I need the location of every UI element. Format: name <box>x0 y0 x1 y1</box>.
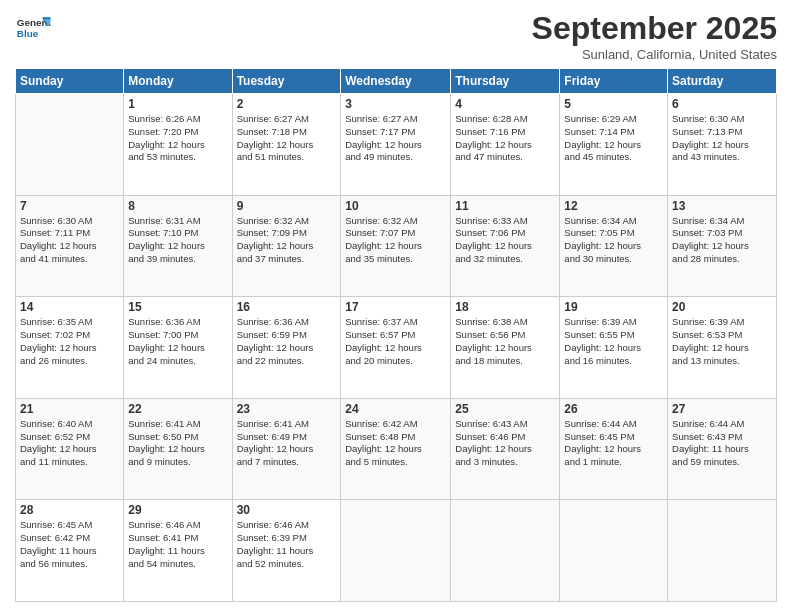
general-blue-logo-icon: General Blue <box>15 10 51 46</box>
day-number: 14 <box>20 300 119 314</box>
calendar-cell <box>451 500 560 602</box>
day-number: 13 <box>672 199 772 213</box>
day-number: 24 <box>345 402 446 416</box>
day-number: 4 <box>455 97 555 111</box>
day-number: 28 <box>20 503 119 517</box>
calendar-week-row: 28Sunrise: 6:45 AM Sunset: 6:42 PM Dayli… <box>16 500 777 602</box>
calendar-cell <box>668 500 777 602</box>
calendar-cell: 17Sunrise: 6:37 AM Sunset: 6:57 PM Dayli… <box>341 297 451 399</box>
day-number: 22 <box>128 402 227 416</box>
calendar-cell: 25Sunrise: 6:43 AM Sunset: 6:46 PM Dayli… <box>451 398 560 500</box>
calendar-cell: 4Sunrise: 6:28 AM Sunset: 7:16 PM Daylig… <box>451 94 560 196</box>
calendar-week-row: 14Sunrise: 6:35 AM Sunset: 7:02 PM Dayli… <box>16 297 777 399</box>
calendar-cell: 5Sunrise: 6:29 AM Sunset: 7:14 PM Daylig… <box>560 94 668 196</box>
day-info: Sunrise: 6:30 AM Sunset: 7:11 PM Dayligh… <box>20 215 119 266</box>
day-info: Sunrise: 6:45 AM Sunset: 6:42 PM Dayligh… <box>20 519 119 570</box>
calendar-cell: 14Sunrise: 6:35 AM Sunset: 7:02 PM Dayli… <box>16 297 124 399</box>
day-number: 27 <box>672 402 772 416</box>
day-number: 5 <box>564 97 663 111</box>
calendar-cell: 16Sunrise: 6:36 AM Sunset: 6:59 PM Dayli… <box>232 297 341 399</box>
day-info: Sunrise: 6:35 AM Sunset: 7:02 PM Dayligh… <box>20 316 119 367</box>
svg-text:Blue: Blue <box>17 28 39 39</box>
day-number: 17 <box>345 300 446 314</box>
calendar-cell: 30Sunrise: 6:46 AM Sunset: 6:39 PM Dayli… <box>232 500 341 602</box>
day-number: 26 <box>564 402 663 416</box>
calendar-cell: 6Sunrise: 6:30 AM Sunset: 7:13 PM Daylig… <box>668 94 777 196</box>
calendar-header-friday: Friday <box>560 69 668 94</box>
day-info: Sunrise: 6:36 AM Sunset: 7:00 PM Dayligh… <box>128 316 227 367</box>
calendar-cell <box>341 500 451 602</box>
calendar-cell: 23Sunrise: 6:41 AM Sunset: 6:49 PM Dayli… <box>232 398 341 500</box>
header: General Blue September 2025 Sunland, Cal… <box>15 10 777 62</box>
day-info: Sunrise: 6:34 AM Sunset: 7:05 PM Dayligh… <box>564 215 663 266</box>
day-info: Sunrise: 6:40 AM Sunset: 6:52 PM Dayligh… <box>20 418 119 469</box>
calendar-cell: 27Sunrise: 6:44 AM Sunset: 6:43 PM Dayli… <box>668 398 777 500</box>
day-info: Sunrise: 6:28 AM Sunset: 7:16 PM Dayligh… <box>455 113 555 164</box>
day-info: Sunrise: 6:31 AM Sunset: 7:10 PM Dayligh… <box>128 215 227 266</box>
calendar-cell: 10Sunrise: 6:32 AM Sunset: 7:07 PM Dayli… <box>341 195 451 297</box>
day-info: Sunrise: 6:32 AM Sunset: 7:09 PM Dayligh… <box>237 215 337 266</box>
day-info: Sunrise: 6:26 AM Sunset: 7:20 PM Dayligh… <box>128 113 227 164</box>
calendar-cell <box>16 94 124 196</box>
calendar-cell: 21Sunrise: 6:40 AM Sunset: 6:52 PM Dayli… <box>16 398 124 500</box>
day-number: 25 <box>455 402 555 416</box>
month-title: September 2025 <box>532 10 777 47</box>
day-number: 3 <box>345 97 446 111</box>
calendar-cell: 8Sunrise: 6:31 AM Sunset: 7:10 PM Daylig… <box>124 195 232 297</box>
calendar-cell: 26Sunrise: 6:44 AM Sunset: 6:45 PM Dayli… <box>560 398 668 500</box>
day-number: 30 <box>237 503 337 517</box>
day-info: Sunrise: 6:44 AM Sunset: 6:43 PM Dayligh… <box>672 418 772 469</box>
calendar-cell: 22Sunrise: 6:41 AM Sunset: 6:50 PM Dayli… <box>124 398 232 500</box>
location-subtitle: Sunland, California, United States <box>532 47 777 62</box>
calendar-cell: 3Sunrise: 6:27 AM Sunset: 7:17 PM Daylig… <box>341 94 451 196</box>
calendar-cell: 9Sunrise: 6:32 AM Sunset: 7:09 PM Daylig… <box>232 195 341 297</box>
calendar-cell: 19Sunrise: 6:39 AM Sunset: 6:55 PM Dayli… <box>560 297 668 399</box>
calendar-cell: 2Sunrise: 6:27 AM Sunset: 7:18 PM Daylig… <box>232 94 341 196</box>
calendar-cell: 13Sunrise: 6:34 AM Sunset: 7:03 PM Dayli… <box>668 195 777 297</box>
day-info: Sunrise: 6:43 AM Sunset: 6:46 PM Dayligh… <box>455 418 555 469</box>
day-info: Sunrise: 6:38 AM Sunset: 6:56 PM Dayligh… <box>455 316 555 367</box>
calendar-cell: 24Sunrise: 6:42 AM Sunset: 6:48 PM Dayli… <box>341 398 451 500</box>
day-number: 21 <box>20 402 119 416</box>
calendar-week-row: 7Sunrise: 6:30 AM Sunset: 7:11 PM Daylig… <box>16 195 777 297</box>
day-info: Sunrise: 6:44 AM Sunset: 6:45 PM Dayligh… <box>564 418 663 469</box>
calendar-week-row: 21Sunrise: 6:40 AM Sunset: 6:52 PM Dayli… <box>16 398 777 500</box>
day-info: Sunrise: 6:29 AM Sunset: 7:14 PM Dayligh… <box>564 113 663 164</box>
calendar-header-saturday: Saturday <box>668 69 777 94</box>
calendar-header-thursday: Thursday <box>451 69 560 94</box>
calendar-header-row: SundayMondayTuesdayWednesdayThursdayFrid… <box>16 69 777 94</box>
day-info: Sunrise: 6:46 AM Sunset: 6:39 PM Dayligh… <box>237 519 337 570</box>
day-number: 18 <box>455 300 555 314</box>
day-number: 9 <box>237 199 337 213</box>
day-info: Sunrise: 6:39 AM Sunset: 6:53 PM Dayligh… <box>672 316 772 367</box>
day-number: 11 <box>455 199 555 213</box>
day-info: Sunrise: 6:41 AM Sunset: 6:49 PM Dayligh… <box>237 418 337 469</box>
calendar-cell: 12Sunrise: 6:34 AM Sunset: 7:05 PM Dayli… <box>560 195 668 297</box>
calendar-cell: 11Sunrise: 6:33 AM Sunset: 7:06 PM Dayli… <box>451 195 560 297</box>
calendar-cell: 28Sunrise: 6:45 AM Sunset: 6:42 PM Dayli… <box>16 500 124 602</box>
day-info: Sunrise: 6:37 AM Sunset: 6:57 PM Dayligh… <box>345 316 446 367</box>
day-info: Sunrise: 6:39 AM Sunset: 6:55 PM Dayligh… <box>564 316 663 367</box>
day-info: Sunrise: 6:33 AM Sunset: 7:06 PM Dayligh… <box>455 215 555 266</box>
day-number: 29 <box>128 503 227 517</box>
calendar-header-tuesday: Tuesday <box>232 69 341 94</box>
day-info: Sunrise: 6:30 AM Sunset: 7:13 PM Dayligh… <box>672 113 772 164</box>
day-info: Sunrise: 6:41 AM Sunset: 6:50 PM Dayligh… <box>128 418 227 469</box>
day-number: 16 <box>237 300 337 314</box>
calendar-cell: 7Sunrise: 6:30 AM Sunset: 7:11 PM Daylig… <box>16 195 124 297</box>
calendar-cell: 20Sunrise: 6:39 AM Sunset: 6:53 PM Dayli… <box>668 297 777 399</box>
calendar-cell: 1Sunrise: 6:26 AM Sunset: 7:20 PM Daylig… <box>124 94 232 196</box>
day-number: 8 <box>128 199 227 213</box>
day-number: 19 <box>564 300 663 314</box>
calendar-header-sunday: Sunday <box>16 69 124 94</box>
calendar-cell: 18Sunrise: 6:38 AM Sunset: 6:56 PM Dayli… <box>451 297 560 399</box>
calendar-cell: 29Sunrise: 6:46 AM Sunset: 6:41 PM Dayli… <box>124 500 232 602</box>
calendar-cell <box>560 500 668 602</box>
day-number: 20 <box>672 300 772 314</box>
logo: General Blue <box>15 10 51 46</box>
day-info: Sunrise: 6:27 AM Sunset: 7:17 PM Dayligh… <box>345 113 446 164</box>
day-info: Sunrise: 6:42 AM Sunset: 6:48 PM Dayligh… <box>345 418 446 469</box>
day-info: Sunrise: 6:46 AM Sunset: 6:41 PM Dayligh… <box>128 519 227 570</box>
day-number: 1 <box>128 97 227 111</box>
day-number: 2 <box>237 97 337 111</box>
